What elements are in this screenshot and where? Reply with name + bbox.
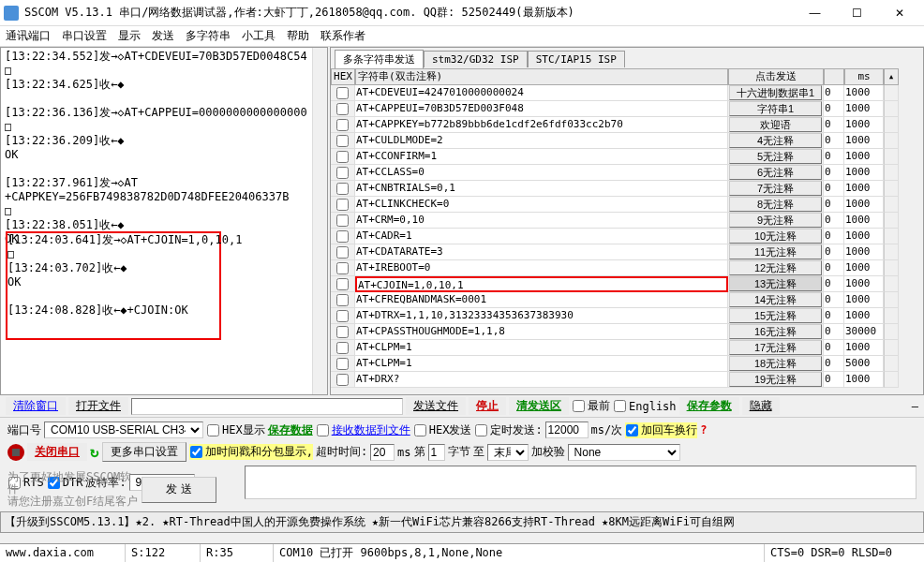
send-cell[interactable]: 11无注释 [728,244,824,260]
ms-cell[interactable]: 1000 [844,181,884,197]
timestamp-check[interactable]: 加时间戳和分包显示, [189,444,313,460]
send-textarea[interactable] [245,466,917,499]
timeout-input[interactable] [370,444,395,461]
send-cell[interactable]: 7无注释 [728,181,824,197]
cmd-cell[interactable]: AT+CCLASS=0 [355,165,728,181]
hex-check[interactable] [331,149,355,165]
send-cell[interactable]: 10无注释 [728,229,824,244]
n1-cell[interactable]: 0 [824,324,844,340]
n1-cell[interactable]: 0 [824,149,844,165]
cmd-cell[interactable]: AT+CULDLMODE=2 [355,133,728,149]
scroll-col[interactable] [884,181,899,197]
hex-check[interactable] [331,308,355,324]
ms-cell[interactable]: 1000 [844,372,884,388]
hex-check[interactable] [331,133,355,149]
cmd-cell[interactable]: AT+DTRX=1,1,10,31323334353637383930 [355,308,728,324]
n1-cell[interactable]: 0 [824,197,844,213]
n1-cell[interactable]: 0 [824,213,844,229]
n1-cell[interactable]: 0 [824,340,844,356]
openfile-button[interactable]: 打开文件 [68,397,128,415]
cmd-cell[interactable]: AT+CRM=0,10 [355,213,728,229]
ms-cell[interactable]: 1000 [844,117,884,133]
tail-select[interactable]: 末尾 [487,444,529,461]
reload-icon[interactable]: ↻ [90,443,99,461]
scroll-col[interactable] [884,101,899,117]
ms-cell[interactable]: 1000 [844,244,884,260]
send-cell[interactable]: 5无注释 [728,149,824,165]
checksum-select[interactable]: None [568,444,680,461]
stop-button[interactable]: 停止 [469,397,506,415]
tab[interactable]: stm32/GD32 ISP [424,51,528,67]
scroll-col[interactable] [884,356,899,372]
ms-cell[interactable]: 1000 [844,101,884,117]
interval-input[interactable] [545,422,589,438]
n1-cell[interactable]: 0 [824,85,844,101]
send-cell[interactable]: 12无注释 [728,260,824,276]
cmd-cell[interactable]: AT+DRX? [355,372,728,388]
n1-cell[interactable]: 0 [824,101,844,117]
hex-check[interactable] [331,85,355,101]
menu-item[interactable]: 发送 [152,29,174,42]
n1-cell[interactable]: 0 [824,133,844,149]
menu-item[interactable]: 串口设置 [62,29,107,42]
tofile-check[interactable]: 接收数据到文件 [316,422,410,438]
ms-cell[interactable]: 1000 [844,340,884,356]
scroll-col[interactable] [884,292,899,308]
n1-cell[interactable]: 0 [824,229,844,244]
n1-cell[interactable]: 0 [824,244,844,260]
log-scrollbar[interactable] [312,48,327,394]
n1-cell[interactable]: 0 [824,117,844,133]
hex-check[interactable] [331,372,355,388]
scroll-col[interactable] [884,324,899,340]
cmd-cell[interactable]: AT+CLINKCHECK=0 [355,197,728,213]
ms-cell[interactable]: 1000 [844,292,884,308]
crlf-check[interactable]: 加回车换行 [625,422,697,438]
scroll-col[interactable] [884,276,899,292]
scroll-col[interactable] [884,213,899,229]
more-button[interactable]: 更多串口设置 [102,442,186,462]
cmd-cell[interactable]: AT+CAPPEUI=70B3D57ED003F048 [355,101,728,117]
status-url[interactable]: www.daxia.com [0,544,126,562]
ms-cell[interactable]: 5000 [844,356,884,372]
hex-check[interactable] [331,181,355,197]
hex-check[interactable] [331,324,355,340]
cmd-cell[interactable]: AT+IREBOOT=0 [355,260,728,276]
send-cell[interactable]: 4无注释 [728,133,824,149]
send-cell[interactable]: 十六进制数据串1 [728,85,824,101]
cmd-cell[interactable]: AT+CLPM=1 [355,356,728,372]
send-button[interactable]: 发 送 [142,477,216,503]
n1-cell[interactable]: 0 [824,308,844,324]
hex-check[interactable] [331,276,355,292]
menu-item[interactable]: 通讯端口 [6,29,51,42]
n1-cell[interactable]: 0 [824,181,844,197]
ms-cell[interactable]: 1000 [844,149,884,165]
sendfile-button[interactable]: 发送文件 [406,397,466,415]
hex-check[interactable] [331,356,355,372]
file-input[interactable] [131,398,403,415]
cmd-cell[interactable]: AT+CDEVEUI=4247010000000024 [355,85,728,101]
scroll-col[interactable] [884,372,899,388]
cmd-cell[interactable]: AT+CAPPKEY=b772b89bbb6de1cdf2e6fdf033cc2… [355,117,728,133]
english-check[interactable]: English [613,399,677,413]
menu-item[interactable]: 帮助 [287,29,309,42]
cmd-cell[interactable]: AT+CNBTRIALS=0,1 [355,181,728,197]
send-cell[interactable]: 17无注释 [728,340,824,356]
scroll-col[interactable] [884,133,899,149]
savedata-link[interactable]: 保存数据 [268,422,313,438]
n1-cell[interactable]: 0 [824,372,844,388]
timed-check[interactable]: 定时发送: [474,422,542,438]
scroll-col[interactable] [884,149,899,165]
close-button[interactable]: ✕ [878,1,920,25]
menu-item[interactable]: 显示 [118,29,141,42]
scroll-col[interactable] [884,308,899,324]
send-cell[interactable]: 18无注释 [728,356,824,372]
cmd-cell[interactable]: AT+CCONFIRM=1 [355,149,728,165]
tab[interactable]: 多条字符串发送 [335,50,424,68]
n1-cell[interactable]: 0 [824,292,844,308]
send-cell[interactable]: 16无注释 [728,324,824,340]
send-cell[interactable]: 8无注释 [728,197,824,213]
n1-cell[interactable]: 0 [824,165,844,181]
clear-button[interactable]: 清除窗口 [6,397,66,415]
maximize-button[interactable]: ☐ [836,1,878,25]
ms-cell[interactable]: 1000 [844,165,884,181]
